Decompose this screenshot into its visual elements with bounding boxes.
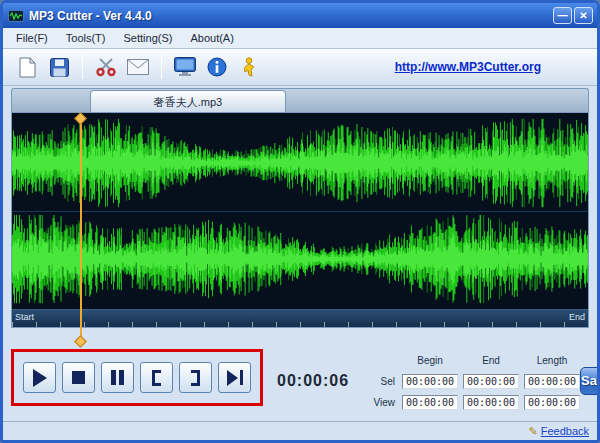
scissors-icon [95, 57, 117, 77]
view-end-field[interactable]: 00:00:00 [463, 395, 519, 410]
stop-button[interactable] [62, 362, 95, 393]
begin-header: Begin [402, 355, 458, 366]
play-selection-button[interactable] [218, 362, 251, 393]
play-selection-icon [227, 370, 243, 386]
ruler-ticks [12, 322, 588, 327]
play-icon [33, 369, 47, 387]
new-file-icon [18, 57, 36, 78]
close-button[interactable]: ✕ [574, 7, 593, 24]
set-begin-button[interactable] [140, 362, 173, 393]
playhead[interactable] [80, 118, 82, 342]
monitor-icon [174, 57, 196, 77]
display-button[interactable] [169, 52, 201, 82]
play-button[interactable] [23, 362, 56, 393]
save-icon [50, 58, 69, 77]
sel-end-field[interactable]: 00:00:00 [463, 374, 519, 389]
window-title: MP3 Cutter - Ver 4.4.0 [29, 9, 551, 23]
info-icon [207, 57, 227, 77]
view-length-field[interactable]: 00:00:00 [524, 395, 580, 410]
tab-strip: 奢香夫人.mp3 [11, 88, 589, 112]
pause-icon [111, 370, 124, 385]
set-end-button[interactable] [179, 362, 212, 393]
bracket-right-icon [191, 370, 200, 386]
save-button[interactable]: Save [580, 367, 600, 395]
menu-about[interactable]: About(A) [181, 29, 242, 47]
ruler-end-label: End [569, 312, 585, 322]
bracket-left-icon [152, 370, 161, 386]
view-row-label: View [365, 397, 397, 408]
title-bar: MP3 Cutter - Ver 4.4.0 — ✕ [3, 3, 597, 28]
playhead-bottom-handle[interactable] [74, 335, 87, 348]
toolbar-separator [161, 55, 162, 79]
cut-button[interactable] [90, 52, 122, 82]
tab-active-file[interactable]: 奢香夫人.mp3 [90, 90, 286, 113]
feedback-link[interactable]: Feedback [541, 425, 589, 437]
view-begin-field[interactable]: 00:00:00 [402, 395, 458, 410]
messenger-button[interactable] [233, 52, 265, 82]
control-bar: 00:00:06 Begin End Length Sel 00:00:00 0… [11, 349, 589, 412]
pencil-icon: ✎ [528, 425, 537, 438]
sel-begin-field[interactable]: 00:00:00 [402, 374, 458, 389]
email-icon [127, 59, 149, 75]
minimize-button[interactable]: — [553, 7, 572, 24]
length-header: Length [524, 355, 580, 366]
end-header: End [463, 355, 519, 366]
menu-bar: File(F) Tools(T) Setting(S) About(A) [3, 28, 597, 49]
time-table: Begin End Length Sel 00:00:00 00:00:00 0… [365, 351, 580, 412]
email-button[interactable] [122, 52, 154, 82]
save-file-button[interactable] [43, 52, 75, 82]
info-button[interactable] [201, 52, 233, 82]
waveform-display[interactable] [12, 113, 588, 309]
menu-tools[interactable]: Tools(T) [57, 29, 115, 47]
annotation-red-box [11, 349, 263, 406]
menu-file[interactable]: File(F) [7, 29, 57, 47]
ruler-start-label: Start [15, 312, 34, 322]
toolbar-separator [82, 55, 83, 79]
app-window: MP3 Cutter - Ver 4.4.0 — ✕ File(F) Tools… [0, 0, 600, 443]
app-icon [8, 8, 24, 24]
current-time-display: 00:00:06 [277, 372, 349, 390]
waveform-panel: Start End [11, 112, 589, 328]
pause-button[interactable] [101, 362, 134, 393]
running-person-icon [239, 57, 259, 77]
status-bar: ✎ Feedback [3, 421, 597, 440]
sel-length-field[interactable]: 00:00:00 [524, 374, 580, 389]
waveform-ruler[interactable]: Start End [12, 309, 588, 327]
toolbar: http://www.MP3Cutter.org [3, 49, 597, 86]
stop-icon [72, 371, 85, 384]
sel-row-label: Sel [365, 376, 397, 387]
new-file-button[interactable] [11, 52, 43, 82]
website-link[interactable]: http://www.MP3Cutter.org [395, 60, 541, 74]
menu-setting[interactable]: Setting(S) [115, 29, 182, 47]
